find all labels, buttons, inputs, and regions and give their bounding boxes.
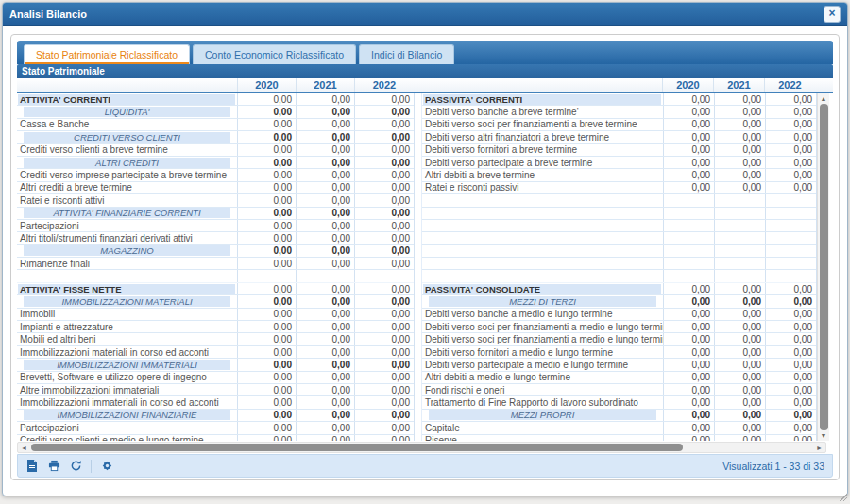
tab-indici-di-bilancio[interactable]: Indici di Bilancio [359,44,454,64]
table-row[interactable]: Crediti verso clienti e medio e lungo te… [17,435,414,441]
value-cell: 0,00 [714,309,765,320]
value-cell: 0,00 [354,359,414,370]
close-icon[interactable]: × [824,6,841,23]
table-row[interactable]: Debiti verso banche a breve termine'0,00… [422,106,816,118]
table-row[interactable]: MAGAZZINO0,000,000,00 [17,245,414,258]
table-row[interactable]: Altri titoli/strumenti finanziari deriva… [17,232,414,244]
row-label: Partecipazioni [17,422,237,433]
table-row[interactable]: IMMOBILIZZAZIONI IMMATERIALI0,000,000,00 [17,359,414,371]
vertical-scrollbar-thumb[interactable] [820,104,828,430]
value-cell: 0,00 [714,359,765,370]
table-row[interactable]: MEZZI PROPRI0,000,000,00 [422,410,816,422]
table-row[interactable] [422,270,816,282]
export-document-icon[interactable] [26,460,39,473]
table-row[interactable]: Brevetti, Software e utilizzo opere di i… [17,372,414,384]
horizontal-scrollbar[interactable]: ◄ ► [17,442,826,453]
table-row[interactable]: Debiti verso fornitori a medio e lungo t… [422,346,816,359]
value-cell [765,220,816,231]
table-row[interactable]: Rimanenze finali0,000,000,00 [17,258,414,270]
balance-grid: ATTIVITA' CORRENTI0,000,000,00LIQUIDITA'… [17,93,833,441]
table-row[interactable] [422,258,816,270]
value-cell: 0,00 [714,384,765,395]
table-row[interactable]: Fondi rischi e oneri0,000,000,00 [422,384,816,396]
table-row[interactable]: Capitale0,000,000,00 [422,422,816,434]
table-row[interactable]: Ratei e risconti passivi0,000,000,00 [422,182,816,194]
value-cell: 0,00 [296,333,354,344]
value-cell: 0,00 [296,258,354,269]
value-cell: 0,00 [765,106,816,117]
value-cell: 0,00 [296,245,354,257]
settings-gear-icon[interactable] [100,460,113,473]
value-cell: 0,00 [765,410,816,421]
table-row[interactable]: Partecipazioni0,000,000,00 [17,220,414,232]
year-col-right-2022: 2022 [764,78,815,92]
table-row[interactable]: Debiti verso soci per finanziamenti a me… [422,321,816,333]
table-row[interactable]: Debiti verso soci per finanziamenti a br… [422,119,816,131]
value-cell: 0,00 [765,295,816,307]
table-row[interactable]: Riserve0,000,000,00 [422,435,816,441]
refresh-icon[interactable] [69,460,82,473]
tab-conto-economico-riclassificato[interactable]: Conto Economico Riclassificato [193,44,356,64]
value-cell: 0,00 [237,321,296,332]
table-row[interactable]: PASSIVITA' CONSOLIDATE0,000,000,00 [422,283,816,295]
table-row[interactable] [422,245,816,258]
table-row[interactable]: ATTIVITA' CORRENTI0,000,000,00 [17,93,414,106]
table-row[interactable]: ALTRI CREDITI0,000,000,00 [17,157,414,169]
table-row[interactable]: MEZZI DI TERZI0,000,000,00 [422,295,816,308]
value-cell: 0,00 [714,372,765,383]
table-row[interactable]: ATTIVITA' FINANZIARIE CORRENTI0,000,000,… [17,208,414,220]
vertical-scrollbar[interactable]: ▲ ▼ [817,93,829,441]
horizontal-scrollbar-thumb[interactable] [31,444,683,451]
table-row[interactable]: IMMOBILIZZAZIONI FINANZIARIE0,000,000,00 [17,410,414,422]
table-row[interactable]: Immobilizzazioni materiali in corso ed a… [17,346,414,359]
table-row[interactable]: Mobili ed altri beni0,000,000,00 [17,333,414,345]
table-row[interactable]: PASSIVITA' CORRENTI0,000,000,00 [422,93,816,106]
table-row[interactable]: IMMOBILIZZAZIONI MATERIALI0,000,000,00 [17,295,414,308]
value-cell: 0,00 [237,194,296,206]
table-row[interactable]: LIQUIDITA'0,000,000,00 [17,106,414,118]
table-row[interactable]: Trattamento di Fine Rapporto di lavoro s… [422,396,816,409]
table-row[interactable]: Altri crediti a breve termine0,000,000,0… [17,182,414,194]
value-cell: 0,00 [663,384,714,395]
scroll-left-icon[interactable]: ◄ [21,445,27,451]
table-row[interactable]: Debiti verso soci per finanziamenti a me… [422,333,816,345]
table-row[interactable]: Crediti verso imprese partecipate a brev… [17,169,414,181]
value-cell: 0,00 [296,359,354,370]
print-icon[interactable] [47,460,60,473]
table-row[interactable]: Debiti verso fornitori a breve termine0,… [422,144,816,157]
value-cell: 0,00 [354,93,414,105]
tab-stato-patrimoniale-riclassificato[interactable]: Stato Patrimoniale Riclassificato [24,44,190,64]
table-row[interactable] [422,232,816,244]
table-row[interactable] [422,208,816,220]
table-row[interactable] [17,270,414,282]
table-row[interactable]: Crediti verso clienti a breve termine0,0… [17,144,414,157]
table-row[interactable]: ATTIVITA' FISSE NETTE0,000,000,00 [17,283,414,295]
row-label: Debiti verso banche a medio e lungo term… [422,309,663,320]
scroll-up-icon[interactable]: ▲ [821,95,827,102]
row-label: PASSIVITA' CORRENTI [422,93,663,105]
table-row[interactable]: Impianti e attrezzature0,000,000,00 [17,321,414,333]
table-row[interactable]: Cassa e Banche0,000,000,00 [17,119,414,131]
resize-grip[interactable] [839,493,847,501]
value-cell: 0,00 [237,258,296,269]
table-row[interactable]: Altre immobilizzazioni immateriali0,000,… [17,384,414,396]
table-row[interactable]: Debiti verso partecipate a breve termine… [422,157,816,169]
value-cell: 0,00 [765,309,816,320]
table-row[interactable]: Debiti verso altri finanziatori a breve … [422,131,816,143]
table-row[interactable]: Altri debiti a medio e lungo termine0,00… [422,372,816,384]
row-label: ALTRI CREDITI [17,157,237,168]
table-row[interactable]: Debiti verso partecipate a medio e lungo… [422,359,816,371]
table-row[interactable]: CREDITI VERSO CLIENTI0,000,000,00 [17,131,414,143]
table-row[interactable]: Immobilizzazioni immateriali in corso ed… [17,396,414,409]
scroll-down-icon[interactable]: ▼ [821,432,827,439]
value-cell: 0,00 [714,333,765,344]
table-row[interactable]: Altri debiti a breve termine0,000,000,00 [422,169,816,181]
scroll-right-icon[interactable]: ► [816,445,823,451]
table-row[interactable]: Ratei e risconti attivi0,000,000,00 [17,194,414,207]
table-row[interactable] [422,220,816,232]
value-cell: 0,00 [765,182,816,193]
table-row[interactable]: Partecipazioni0,000,000,00 [17,422,414,434]
table-row[interactable]: Debiti verso banche a medio e lungo term… [422,309,816,321]
table-row[interactable] [422,194,816,207]
table-row[interactable]: Immobili0,000,000,00 [17,309,414,321]
